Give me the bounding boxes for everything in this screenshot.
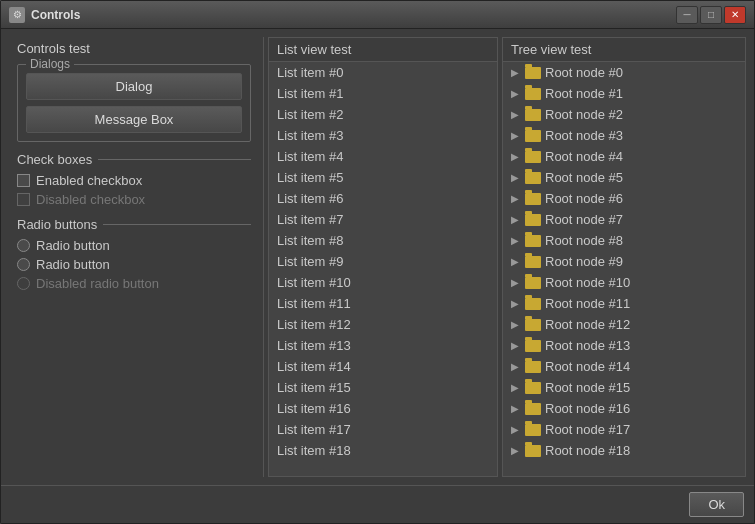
tree-node-label: Root node #15 xyxy=(545,380,630,395)
radio-title: Radio buttons xyxy=(17,217,251,232)
list-item[interactable]: List item #5 xyxy=(269,167,497,188)
close-button[interactable]: ✕ xyxy=(724,6,746,24)
tree-item[interactable]: ▶Root node #18 xyxy=(503,440,745,461)
expand-arrow-icon[interactable]: ▶ xyxy=(511,151,521,162)
list-item[interactable]: List item #13 xyxy=(269,335,497,356)
radio-button-1[interactable] xyxy=(17,239,30,252)
list-item[interactable]: List item #17 xyxy=(269,419,497,440)
list-item[interactable]: List item #18 xyxy=(269,440,497,461)
disabled-radio-label: Disabled radio button xyxy=(36,276,159,291)
expand-arrow-icon[interactable]: ▶ xyxy=(511,256,521,267)
folder-icon xyxy=(525,319,541,331)
tree-item[interactable]: ▶Root node #6 xyxy=(503,188,745,209)
tree-item[interactable]: ▶Root node #14 xyxy=(503,356,745,377)
expand-arrow-icon[interactable]: ▶ xyxy=(511,67,521,78)
folder-icon xyxy=(525,88,541,100)
disabled-radio-item: Disabled radio button xyxy=(17,276,251,291)
expand-arrow-icon[interactable]: ▶ xyxy=(511,235,521,246)
tree-item[interactable]: ▶Root node #0 xyxy=(503,62,745,83)
minimize-button[interactable]: ─ xyxy=(676,6,698,24)
tree-container[interactable]: ▶Root node #0▶Root node #1▶Root node #2▶… xyxy=(503,62,745,476)
tree-item[interactable]: ▶Root node #15 xyxy=(503,377,745,398)
list-item[interactable]: List item #4 xyxy=(269,146,497,167)
bottom-bar: Ok xyxy=(1,485,754,523)
tree-item[interactable]: ▶Root node #16 xyxy=(503,398,745,419)
folder-icon xyxy=(525,424,541,436)
list-item[interactable]: List item #15 xyxy=(269,377,497,398)
expand-arrow-icon[interactable]: ▶ xyxy=(511,298,521,309)
list-item[interactable]: List item #10 xyxy=(269,272,497,293)
expand-arrow-icon[interactable]: ▶ xyxy=(511,403,521,414)
expand-arrow-icon[interactable]: ▶ xyxy=(511,319,521,330)
tree-item[interactable]: ▶Root node #11 xyxy=(503,293,745,314)
radio-button-1-item[interactable]: Radio button xyxy=(17,238,251,253)
list-item[interactable]: List item #0 xyxy=(269,62,497,83)
message-box-button[interactable]: Message Box xyxy=(26,106,242,133)
tree-item[interactable]: ▶Root node #1 xyxy=(503,83,745,104)
tree-node-label: Root node #11 xyxy=(545,296,630,311)
list-item[interactable]: List item #6 xyxy=(269,188,497,209)
list-item[interactable]: List item #16 xyxy=(269,398,497,419)
radio-button-1-label: Radio button xyxy=(36,238,110,253)
list-item[interactable]: List item #8 xyxy=(269,230,497,251)
tree-item[interactable]: ▶Root node #13 xyxy=(503,335,745,356)
enabled-checkbox-item[interactable]: Enabled checkbox xyxy=(17,173,251,188)
tree-item[interactable]: ▶Root node #4 xyxy=(503,146,745,167)
tree-item[interactable]: ▶Root node #8 xyxy=(503,230,745,251)
window-title: Controls xyxy=(31,8,676,22)
ok-button[interactable]: Ok xyxy=(689,492,744,517)
tree-item[interactable]: ▶Root node #7 xyxy=(503,209,745,230)
enabled-checkbox[interactable] xyxy=(17,174,30,187)
window-icon: ⚙ xyxy=(9,7,25,23)
expand-arrow-icon[interactable]: ▶ xyxy=(511,382,521,393)
checkboxes-section: Check boxes Enabled checkbox Disabled ch… xyxy=(17,152,251,207)
dialog-button[interactable]: Dialog xyxy=(26,73,242,100)
tree-item[interactable]: ▶Root node #5 xyxy=(503,167,745,188)
list-item[interactable]: List item #7 xyxy=(269,209,497,230)
folder-icon xyxy=(525,235,541,247)
folder-icon xyxy=(525,67,541,79)
list-item[interactable]: List item #12 xyxy=(269,314,497,335)
tree-item[interactable]: ▶Root node #9 xyxy=(503,251,745,272)
folder-icon xyxy=(525,340,541,352)
list-item[interactable]: List item #1 xyxy=(269,83,497,104)
folder-icon xyxy=(525,277,541,289)
tree-item[interactable]: ▶Root node #3 xyxy=(503,125,745,146)
tree-item[interactable]: ▶Root node #12 xyxy=(503,314,745,335)
folder-icon xyxy=(525,403,541,415)
checkboxes-title: Check boxes xyxy=(17,152,251,167)
list-item[interactable]: List item #2 xyxy=(269,104,497,125)
expand-arrow-icon[interactable]: ▶ xyxy=(511,340,521,351)
window-controls: ─ □ ✕ xyxy=(676,6,746,24)
list-container[interactable]: List item #0List item #1List item #2List… xyxy=(269,62,497,476)
expand-arrow-icon[interactable]: ▶ xyxy=(511,361,521,372)
maximize-button[interactable]: □ xyxy=(700,6,722,24)
radio-button-2[interactable] xyxy=(17,258,30,271)
expand-arrow-icon[interactable]: ▶ xyxy=(511,172,521,183)
expand-arrow-icon[interactable]: ▶ xyxy=(511,193,521,204)
expand-arrow-icon[interactable]: ▶ xyxy=(511,130,521,141)
tree-node-label: Root node #16 xyxy=(545,401,630,416)
list-item[interactable]: List item #3 xyxy=(269,125,497,146)
expand-arrow-icon[interactable]: ▶ xyxy=(511,214,521,225)
tree-item[interactable]: ▶Root node #10 xyxy=(503,272,745,293)
content-area: Controls test Dialogs Dialog Message Box… xyxy=(1,29,754,485)
tree-node-label: Root node #5 xyxy=(545,170,623,185)
tree-item[interactable]: ▶Root node #17 xyxy=(503,419,745,440)
list-item[interactable]: List item #9 xyxy=(269,251,497,272)
tree-view-header: Tree view test xyxy=(503,38,745,62)
tree-node-label: Root node #8 xyxy=(545,233,623,248)
list-item[interactable]: List item #11 xyxy=(269,293,497,314)
expand-arrow-icon[interactable]: ▶ xyxy=(511,109,521,120)
folder-icon xyxy=(525,109,541,121)
radio-button-2-item[interactable]: Radio button xyxy=(17,257,251,272)
expand-arrow-icon[interactable]: ▶ xyxy=(511,277,521,288)
tree-node-label: Root node #9 xyxy=(545,254,623,269)
expand-arrow-icon[interactable]: ▶ xyxy=(511,424,521,435)
tree-item[interactable]: ▶Root node #2 xyxy=(503,104,745,125)
expand-arrow-icon[interactable]: ▶ xyxy=(511,88,521,99)
list-item[interactable]: List item #14 xyxy=(269,356,497,377)
list-view-header: List view test xyxy=(269,38,497,62)
radio-section: Radio buttons Radio button Radio button … xyxy=(17,217,251,291)
expand-arrow-icon[interactable]: ▶ xyxy=(511,445,521,456)
